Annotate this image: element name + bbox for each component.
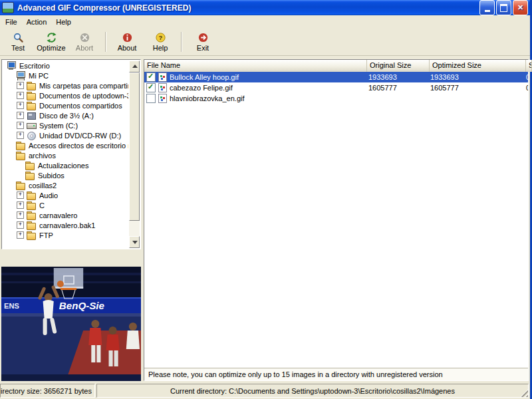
floppy-icon	[27, 111, 36, 120]
tree-item[interactable]: Actualizaciones	[3, 160, 128, 170]
help-icon: ?	[155, 32, 166, 43]
file-row[interactable]: hlavniobrazovka_en.gif	[144, 93, 528, 104]
file-name: Bullock Alley hoop.gif	[170, 73, 239, 81]
column-header-file-name[interactable]: File Name	[144, 60, 367, 72]
tree-item[interactable]: +System (C:)	[3, 120, 128, 130]
file-checkbox[interactable]	[146, 83, 156, 92]
folder-icon	[16, 151, 25, 160]
expand-toggle-icon[interactable]: +	[17, 201, 24, 209]
abort-button: Abort	[68, 29, 101, 55]
close-button[interactable]: ✕	[513, 0, 528, 15]
tree-item[interactable]: Escritorio	[3, 61, 128, 70]
file-name-cell: Bullock Alley hoop.gif	[144, 72, 366, 82]
expand-toggle-icon[interactable]: +	[17, 231, 24, 239]
tree-item[interactable]: +Documentos compartidos	[3, 100, 128, 110]
column-header-optimized-size[interactable]: Optimized Size	[430, 60, 526, 72]
folder-icon	[27, 81, 36, 90]
about-icon	[122, 32, 133, 43]
expand-toggle-icon[interactable]: +	[17, 122, 24, 129]
file-checkbox[interactable]	[146, 94, 156, 103]
maximize-button[interactable]	[496, 0, 511, 15]
main-area: EscritorioMi PC+Mis carpetas para compar…	[0, 56, 530, 382]
directory-size-status: Directory size: 3656271 bytes	[0, 384, 95, 398]
desktop-icon	[7, 61, 16, 70]
scrollbar-thumb[interactable]	[129, 72, 140, 221]
original-size-cell: 1605777	[366, 84, 428, 92]
file-row[interactable]: cabezazo Felipe.gif160577716057770%	[144, 82, 528, 93]
expand-toggle-icon[interactable]: +	[17, 102, 24, 109]
folder-icon	[27, 191, 36, 200]
tree-scrollbar[interactable]	[129, 61, 140, 248]
expand-toggle-icon[interactable]: +	[17, 112, 24, 119]
drive-icon	[27, 121, 36, 130]
about-button[interactable]: About	[110, 29, 144, 55]
file-checkbox[interactable]	[146, 72, 156, 82]
toolbar-separator	[105, 32, 106, 52]
tree-item[interactable]: archivos	[3, 150, 128, 160]
folder-icon	[27, 221, 36, 230]
tree-item[interactable]: +Disco de 3½ (A:)	[3, 110, 128, 120]
column-header-saved[interactable]: Saved	[526, 60, 532, 72]
tree-item[interactable]: Mi PC	[3, 70, 128, 80]
folder-icon	[27, 101, 36, 110]
file-list: Bullock Alley hoop.gif193369319336930%ca…	[144, 72, 528, 368]
expand-toggle-icon[interactable]: +	[17, 82, 24, 89]
test-button[interactable]: Test	[1, 29, 35, 55]
saved-cell: 0%	[523, 73, 528, 81]
gif-file-icon	[158, 72, 167, 82]
folder-tree: EscritorioMi PC+Mis carpetas para compar…	[3, 61, 128, 248]
optimize-icon	[46, 32, 57, 43]
optimize-button[interactable]: Optimize	[35, 29, 68, 55]
exit-button[interactable]: Exit	[186, 29, 219, 55]
expand-toggle-icon[interactable]: +	[17, 132, 24, 139]
column-header-original-size[interactable]: Original Size	[367, 60, 430, 72]
menu-bar: FileActionHelp	[0, 15, 530, 28]
menu-help[interactable]: Help	[51, 17, 76, 27]
minimize-button[interactable]	[479, 0, 495, 15]
status-bar: Directory size: 3656271 bytes Current di…	[0, 382, 530, 399]
folder-icon	[27, 91, 36, 100]
abort-icon	[79, 32, 90, 43]
folder-icon	[27, 231, 36, 240]
expand-toggle-icon[interactable]: +	[17, 221, 24, 229]
window-title: Advanced GIF Compressor (UNREGISTERED)	[17, 3, 475, 13]
file-row[interactable]: Bullock Alley hoop.gif193369319336930%	[144, 72, 528, 82]
file-name-cell: hlavniobrazovka_en.gif	[144, 94, 366, 103]
exit-icon	[198, 32, 209, 43]
tree-item[interactable]: cosillas2	[3, 180, 128, 190]
tree-item[interactable]: +carnavalero.bak1	[3, 220, 128, 230]
scroll-up-button[interactable]	[129, 61, 140, 72]
toolbar-separator	[181, 32, 182, 52]
expand-toggle-icon[interactable]: +	[17, 92, 24, 99]
title-bar[interactable]: Advanced GIF Compressor (UNREGISTERED) ✕	[0, 0, 530, 15]
gif-file-icon	[158, 94, 167, 103]
tree-item[interactable]: Accesos directos de escritorio no usa	[3, 140, 128, 150]
folder-icon	[25, 171, 35, 180]
scrollbar-track[interactable]	[129, 72, 140, 236]
tree-item[interactable]: +FTP	[3, 230, 128, 240]
list-header: File NameOriginal SizeOptimized SizeSave…	[144, 60, 528, 72]
original-size-cell: 1933693	[366, 73, 428, 81]
scroll-down-button[interactable]	[129, 236, 140, 248]
gif-file-icon	[158, 83, 167, 92]
tree-item[interactable]: +Mis carpetas para compartir	[3, 80, 128, 90]
tree-item[interactable]: +carnavalero	[3, 210, 128, 220]
file-list-panel: File NameOriginal SizeOptimized SizeSave…	[144, 59, 529, 381]
file-name: hlavniobrazovka_en.gif	[170, 94, 245, 102]
cd-icon	[27, 131, 36, 140]
current-directory-status: Current directory: C:\Documents and Sett…	[96, 384, 529, 398]
expand-toggle-icon[interactable]: +	[17, 211, 24, 219]
tree-item[interactable]: +Audio	[3, 190, 128, 200]
left-pane: EscritorioMi PC+Mis carpetas para compar…	[1, 59, 141, 381]
menu-action[interactable]: Action	[22, 17, 52, 27]
tree-item[interactable]: Subidos	[3, 170, 128, 180]
folder-icon	[16, 141, 25, 150]
file-name-cell: cabezazo Felipe.gif	[144, 83, 366, 92]
tree-item[interactable]: +Unidad DVD/CD-RW (D:)	[3, 130, 128, 140]
tree-item[interactable]: +Documentos de uptodown-3	[3, 90, 128, 100]
tree-item[interactable]: +C	[3, 200, 128, 210]
help-button[interactable]: ?Help	[144, 29, 177, 55]
expand-toggle-icon[interactable]: +	[17, 192, 24, 199]
folder-icon	[16, 181, 25, 190]
menu-file[interactable]: File	[1, 17, 22, 27]
